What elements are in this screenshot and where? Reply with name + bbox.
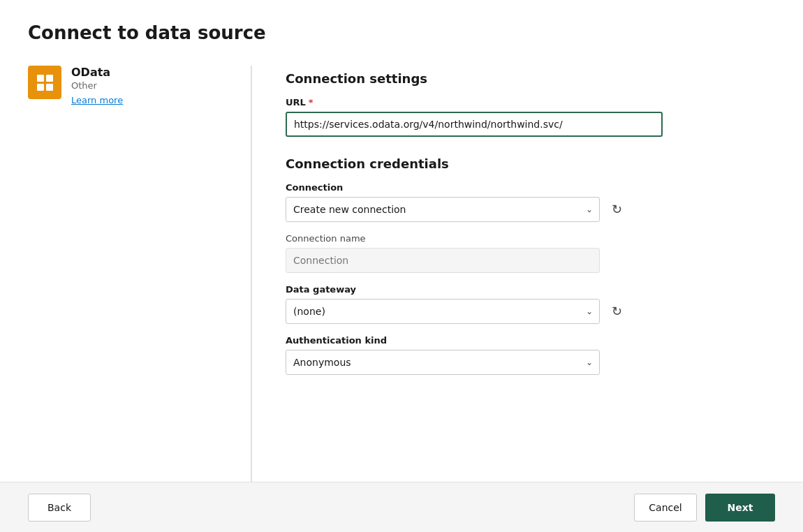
auth-kind-dropdown-wrapper: Anonymous ⌄ (286, 350, 600, 375)
page-title: Connect to data source (28, 22, 775, 43)
data-gateway-label: Data gateway (286, 284, 775, 295)
connection-credentials-title: Connection credentials (286, 156, 775, 171)
learn-more-link[interactable]: Learn more (71, 95, 123, 105)
connection-dropdown[interactable]: Create new connection (286, 197, 600, 222)
connection-label: Connection (286, 182, 775, 193)
url-label: URL (286, 97, 306, 108)
connection-dropdown-wrapper: Create new connection ⌄ (286, 197, 600, 222)
auth-kind-dropdown[interactable]: Anonymous (286, 350, 600, 375)
data-gateway-refresh-button[interactable]: ↻ (605, 300, 628, 323)
url-input[interactable] (286, 112, 663, 137)
connection-name-input[interactable] (286, 248, 600, 273)
datasource-category: Other (71, 80, 123, 91)
connection-refresh-button[interactable]: ↻ (605, 198, 628, 221)
data-gateway-dropdown-wrapper: (none) ⌄ (286, 299, 600, 324)
footer: Back Cancel Next (0, 482, 803, 532)
back-button[interactable]: Back (28, 494, 91, 522)
connection-name-label: Connection name (286, 233, 775, 244)
connection-settings-title: Connection settings (286, 71, 775, 86)
cancel-button[interactable]: Cancel (634, 494, 697, 522)
url-required-asterisk: * (309, 97, 314, 108)
odata-icon (28, 66, 61, 99)
data-gateway-dropdown[interactable]: (none) (286, 299, 600, 324)
auth-kind-label: Authentication kind (286, 335, 775, 346)
datasource-name: OData (71, 66, 123, 79)
next-button[interactable]: Next (705, 494, 775, 522)
